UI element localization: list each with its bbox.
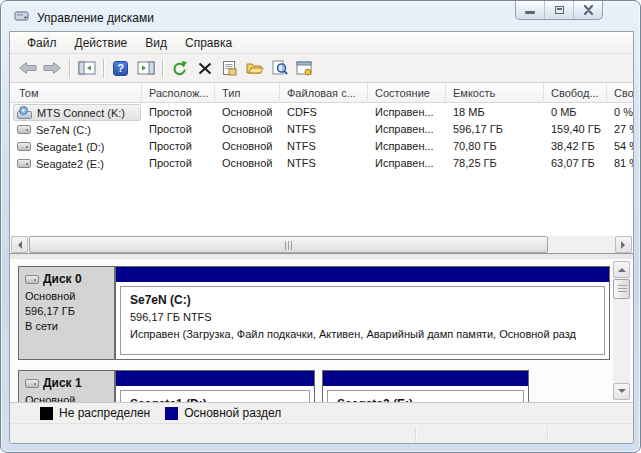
window-title: Управление дисками xyxy=(37,11,154,25)
column-header-status[interactable]: Состояние xyxy=(368,83,446,103)
minimize-button[interactable] xyxy=(516,1,545,19)
app-icon xyxy=(14,9,30,27)
window-controls xyxy=(515,1,603,20)
column-header-volume[interactable]: Том xyxy=(12,83,142,103)
column-header-fs[interactable]: Файловая с... xyxy=(280,83,368,103)
partition-color-bar xyxy=(323,371,528,386)
menu-file[interactable]: Файл xyxy=(18,33,66,53)
back-icon[interactable] xyxy=(15,56,40,80)
disk0-status: В сети xyxy=(25,319,108,334)
vertical-scrollbar[interactable] xyxy=(613,261,630,400)
volume-status: Исправен... xyxy=(368,140,446,152)
disk0-partition-c[interactable]: Se7eN (C:) 596,17 ГБ NTFS Исправен (Загр… xyxy=(115,266,610,360)
scroll-up-button[interactable] xyxy=(613,261,630,278)
disk0-info[interactable]: Диск 0 Основной 596,17 ГБ В сети xyxy=(18,266,115,360)
properties-icon[interactable] xyxy=(217,56,242,80)
partition-color-bar xyxy=(116,267,609,282)
titlebar: Управление дисками xyxy=(14,8,154,28)
volume-row-se7en[interactable]: Se7eN (C:) Простой Основной NTFS Исправе… xyxy=(10,121,633,138)
partition-detail: 596,17 ГБ NTFS xyxy=(130,309,595,326)
volume-free-pct: 27 % xyxy=(607,123,633,135)
show-console-tree-icon[interactable] xyxy=(74,56,99,80)
disk1-partition-d[interactable]: Seagate1 (D:) xyxy=(115,370,315,402)
scroll-down-button[interactable] xyxy=(613,383,630,400)
menu-help[interactable]: Справка xyxy=(176,33,241,53)
volume-status: Исправен... xyxy=(368,157,446,169)
column-header-layout[interactable]: Располож... xyxy=(142,83,215,103)
status-bar xyxy=(10,423,633,444)
disk1-block: Диск 1 Основной Seagate1 (D:) Seagate2 (… xyxy=(18,370,610,402)
volume-name: Seagate1 (D:) xyxy=(36,141,104,153)
column-header-free-pct[interactable]: Свободно % xyxy=(607,83,633,103)
disk-management-window: Управление дисками Файл Действие Вид Спр… xyxy=(0,0,641,453)
close-button[interactable] xyxy=(574,1,602,19)
volume-fs: NTFS xyxy=(280,123,368,135)
toolbar-separator xyxy=(69,59,70,78)
volume-row-seagate2[interactable]: Seagate2 (E:) Простой Основной NTFS Испр… xyxy=(10,155,633,172)
volume-status: Исправен... xyxy=(368,106,446,118)
column-header-capacity[interactable]: Емкость xyxy=(446,83,544,103)
delete-icon[interactable] xyxy=(192,56,217,80)
show-action-pane-icon[interactable] xyxy=(133,56,158,80)
open-folder-icon[interactable] xyxy=(242,56,267,80)
volume-type: Основной xyxy=(215,157,280,169)
partition-status: Исправен (Загрузка, Файл подкачки, Актив… xyxy=(130,326,595,343)
volume-type: Основной xyxy=(215,123,280,135)
menu-view[interactable]: Вид xyxy=(136,33,176,53)
disk0-type: Основной xyxy=(25,289,108,304)
volume-layout: Простой xyxy=(142,106,215,118)
disk-drive-icon xyxy=(25,275,39,284)
disk1-partition-e[interactable]: Seagate2 (E:) xyxy=(322,370,529,402)
scroll-right-icon xyxy=(621,241,629,249)
disk-drive-icon xyxy=(25,379,39,388)
volume-layout: Простой xyxy=(142,157,215,169)
volume-row-seagate1[interactable]: Seagate1 (D:) Простой Основной NTFS Испр… xyxy=(10,138,633,155)
scroll-left-icon xyxy=(14,241,22,249)
unallocated-color-swatch xyxy=(40,407,53,420)
disk1-type: Основной xyxy=(25,393,108,402)
volume-type: Основной xyxy=(215,140,280,152)
refresh-icon[interactable] xyxy=(167,56,192,80)
column-header-type[interactable]: Тип xyxy=(215,83,280,103)
restore-button[interactable] xyxy=(545,1,574,19)
disk1-info[interactable]: Диск 1 Основной xyxy=(18,370,115,402)
manage-icon[interactable] xyxy=(292,56,317,80)
disk1-name: Диск 1 xyxy=(43,376,82,391)
horizontal-scrollbar-thumb[interactable] xyxy=(29,236,548,253)
primary-partition-color-swatch xyxy=(165,407,178,420)
search-icon[interactable] xyxy=(267,56,292,80)
menu-action[interactable]: Действие xyxy=(66,33,137,53)
statusbar-divider xyxy=(547,427,548,442)
menu-bar: Файл Действие Вид Справка xyxy=(10,32,633,54)
graphical-view: Диск 0 Основной 596,17 ГБ В сети Se7eN (… xyxy=(10,259,633,402)
volume-free-pct: 81 % xyxy=(607,157,633,169)
volume-free: 63,07 ГБ xyxy=(544,157,607,169)
partition-color-bar xyxy=(116,371,314,386)
toolbar-separator xyxy=(162,59,163,78)
horizontal-scrollbar[interactable] xyxy=(11,236,632,253)
scroll-right-button[interactable] xyxy=(615,236,632,253)
disk0-size: 596,17 ГБ xyxy=(25,304,108,319)
volume-free: 0 МБ xyxy=(544,106,607,118)
scroll-left-button[interactable] xyxy=(11,236,28,253)
legend-unallocated-label: Не распределен xyxy=(59,406,150,420)
forward-icon[interactable] xyxy=(40,56,65,80)
volume-free: 38,42 ГБ xyxy=(544,140,607,152)
volume-layout: Простой xyxy=(142,123,215,135)
cd-drive-icon xyxy=(17,106,32,119)
volume-free-pct: 54 % xyxy=(607,140,633,152)
vertical-scrollbar-thumb[interactable] xyxy=(613,279,630,299)
scroll-up-icon xyxy=(618,264,626,272)
toolbar: ? xyxy=(10,54,633,83)
volume-free-pct: 0 % xyxy=(607,106,633,118)
help-icon[interactable]: ? xyxy=(108,56,133,80)
volume-row-mts-connect[interactable]: MTS Connect (K:) Простой Основной CDFS И… xyxy=(10,104,633,121)
disk0-block: Диск 0 Основной 596,17 ГБ В сети Se7eN (… xyxy=(18,266,610,360)
volume-name: Seagate2 (E:) xyxy=(36,158,104,170)
column-header-free[interactable]: Свобод... xyxy=(544,83,607,103)
volume-capacity: 596,17 ГБ xyxy=(446,123,544,135)
volume-list: Том Располож... Тип Файловая с... Состоя… xyxy=(10,83,633,253)
client-area: Файл Действие Вид Справка ? xyxy=(9,31,634,444)
volume-name: Se7eN (C:) xyxy=(36,124,91,136)
volume-status: Исправен... xyxy=(368,123,446,135)
